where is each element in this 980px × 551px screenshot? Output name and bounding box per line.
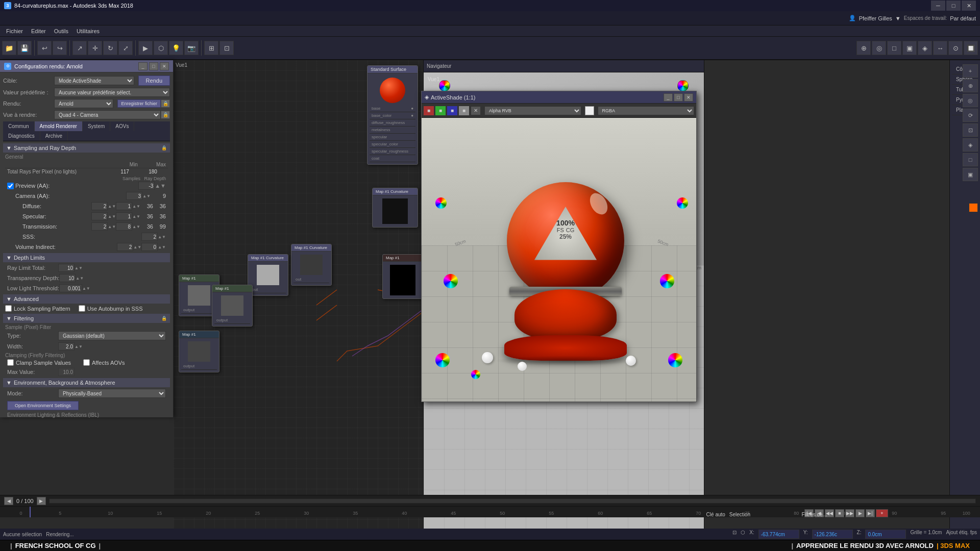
minimize-btn[interactable]: ─ <box>931 1 945 11</box>
toolbar-align[interactable]: ⊡ <box>219 41 234 55</box>
rendu-select[interactable]: Arnold <box>54 99 113 108</box>
transmission-r-arrow[interactable]: ▲▼ <box>132 224 140 229</box>
enreg-btn[interactable]: Enregistrer fichier <box>117 99 161 108</box>
panel-minimize[interactable]: _ <box>138 62 148 70</box>
toolbar-r2[interactable]: ◎ <box>872 41 886 55</box>
render-btn[interactable]: Rendu <box>138 76 170 86</box>
tab-arnold-renderer[interactable]: Arnold Renderer <box>35 121 83 131</box>
toolbar-r4[interactable]: ▣ <box>902 41 917 55</box>
sss-s[interactable] <box>141 233 158 241</box>
specular-s[interactable] <box>91 212 108 220</box>
filter-width-input[interactable] <box>58 342 75 350</box>
preview-arrow[interactable]: ▲▼ <box>155 183 166 189</box>
tool-fov[interactable]: ◈ <box>963 138 978 152</box>
filter-width-arrow[interactable]: ▲▼ <box>75 344 83 349</box>
map-curvature-node-1[interactable]: Map #1 Curvature <box>372 188 418 228</box>
transmission-s[interactable] <box>91 222 108 231</box>
anim-next-frame[interactable]: ▶ <box>855 509 865 517</box>
toolbar-r6[interactable]: ↔ <box>933 41 947 55</box>
preview-input[interactable] <box>138 182 155 190</box>
clamp-checkbox[interactable] <box>7 359 14 366</box>
volume-s-arrow[interactable]: ▲▼ <box>133 245 141 249</box>
tool-pan[interactable]: ◎ <box>963 94 978 107</box>
specular-r[interactable] <box>116 212 132 220</box>
specular-s-arrow[interactable]: ▲▼ <box>108 214 116 219</box>
toolbar-open[interactable]: 📁 <box>2 41 16 55</box>
tab-commun[interactable]: Commun <box>3 121 35 131</box>
toolbar-camera[interactable]: 📷 <box>184 41 199 55</box>
diffuse-s-arrow[interactable]: ▲▼ <box>108 204 116 209</box>
standard-surface-node[interactable]: Standard Surface base● base_color● diffu… <box>367 65 418 165</box>
diffuse-s[interactable] <box>91 202 108 210</box>
cible-select[interactable]: Mode ActiveShade <box>54 76 134 85</box>
toolbar-r1[interactable]: ⊕ <box>856 41 871 55</box>
tool-zoom[interactable]: ⊡ <box>963 123 978 137</box>
volume-r-arrow[interactable]: ▲▼ <box>158 245 166 249</box>
anim-go-end[interactable]: ▶| <box>866 509 875 517</box>
toolbar-scale[interactable]: ⤢ <box>118 41 133 55</box>
transparency-input[interactable] <box>59 274 76 282</box>
toolbar-snap[interactable]: ⊞ <box>204 41 218 55</box>
ray-arrow[interactable]: ▲▼ <box>75 266 83 270</box>
menu-utilitaires[interactable]: Utilitaires <box>72 27 104 35</box>
max-value-input[interactable] <box>58 368 75 376</box>
progress-prev[interactable]: ◀ <box>4 497 13 505</box>
camera-arrow[interactable]: ▲▼ <box>142 194 151 198</box>
map-node-l2[interactable]: Map #1 Curvature out <box>248 254 288 296</box>
close-btn[interactable]: ✕ <box>962 1 976 11</box>
specular-r-arrow[interactable]: ▲▼ <box>132 214 140 219</box>
progress-next[interactable]: ▶ <box>37 497 46 505</box>
dropdown-icon[interactable]: ▼ <box>895 15 901 21</box>
volume-r[interactable] <box>141 243 158 251</box>
as-btn-1[interactable]: ■ <box>424 106 434 115</box>
preview-checkbox[interactable] <box>7 183 14 189</box>
toolbar-material[interactable]: ⬡ <box>154 41 168 55</box>
panel-close[interactable]: ✕ <box>160 62 169 70</box>
toolbar-r5[interactable]: ◈ <box>918 41 932 55</box>
transparency-arrow[interactable]: ▲▼ <box>76 276 84 281</box>
coord-toggle[interactable]: ⬡ <box>741 530 745 539</box>
tool-move-cam[interactable]: ⊕ <box>963 79 978 92</box>
volume-s[interactable] <box>117 243 133 251</box>
filtering-lock[interactable]: 🔒 <box>161 316 167 321</box>
maximize-btn[interactable]: □ <box>946 1 961 11</box>
tab-system[interactable]: System <box>83 121 110 131</box>
filtering-header[interactable]: ▼ Filtering 🔒 <box>3 314 170 323</box>
as-btn-5[interactable]: ✕ <box>471 106 481 115</box>
as-minimize[interactable]: _ <box>664 93 673 102</box>
toolbar-move[interactable]: ✛ <box>88 41 102 55</box>
advanced-header[interactable]: ▼ Advanced <box>3 294 170 304</box>
toolbar-render[interactable]: ▶ <box>138 41 153 55</box>
as-btn-4[interactable]: ■ <box>459 106 469 115</box>
transmission-r[interactable] <box>116 222 132 231</box>
lock-btn[interactable]: 🔒 <box>161 99 170 108</box>
open-env-btn[interactable]: Open Environment Settings <box>7 401 79 410</box>
toolbar-light[interactable]: 💡 <box>169 41 183 55</box>
diffuse-r[interactable] <box>116 202 132 210</box>
autobump-checkbox[interactable] <box>79 305 85 312</box>
as-btn-2[interactable]: ■ <box>435 106 446 115</box>
tool-2d[interactable]: □ <box>963 153 978 166</box>
node-canvas[interactable]: Standard Surface base● base_color● diffu… <box>174 60 423 543</box>
low-light-arrow[interactable]: ▲▼ <box>82 286 90 291</box>
toolbar-select[interactable]: ↗ <box>72 41 87 55</box>
vue-lock-btn[interactable]: 🔒 <box>161 111 170 119</box>
ray-limit-input[interactable] <box>58 264 75 272</box>
depth-header[interactable]: ▼ Depth Limits <box>3 253 170 262</box>
anim-play[interactable]: ▶▶ <box>845 509 854 517</box>
valeur-select[interactable]: Aucune valeur prédéfinie sélect. <box>54 88 170 97</box>
toolbar-undo[interactable]: ↩ <box>37 41 52 55</box>
as-restore[interactable]: □ <box>674 93 683 102</box>
menu-editer[interactable]: Editer <box>27 27 50 35</box>
camera-samples[interactable] <box>126 192 142 200</box>
affects-aovs-checkbox[interactable] <box>83 359 90 366</box>
tool-plus[interactable]: + <box>963 64 978 78</box>
black-box-node[interactable]: Map #1 <box>382 254 423 299</box>
map-node-l1[interactable]: Map #1 Curvature out <box>291 244 332 286</box>
transmission-s-arrow[interactable]: ▲▼ <box>108 224 116 229</box>
activeshade-canvas[interactable]: 50cm 50cm 100% FS CG <box>422 118 696 402</box>
menu-fichier[interactable]: Fichier <box>2 27 27 35</box>
map-node-bl2[interactable]: Map #1 output <box>212 285 253 327</box>
toolbar-r7[interactable]: ⊙ <box>948 41 963 55</box>
toolbar-rotate[interactable]: ↻ <box>103 41 117 55</box>
